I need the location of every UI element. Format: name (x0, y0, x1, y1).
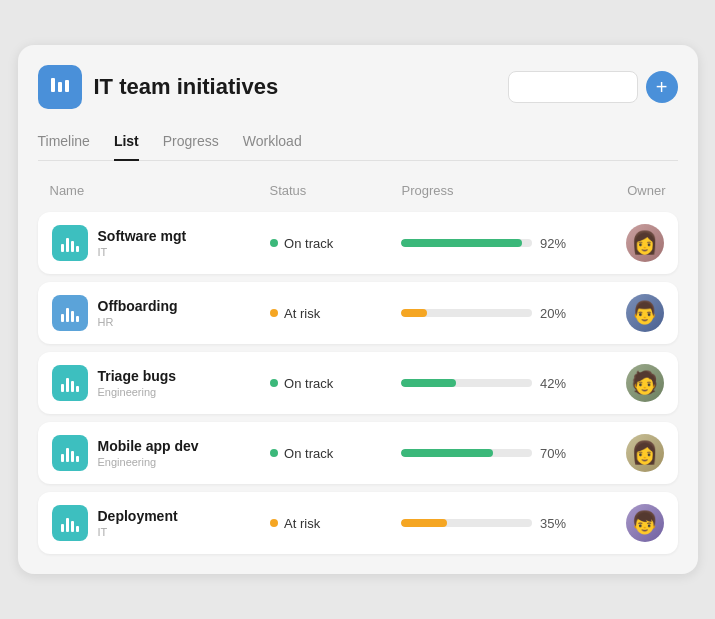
svg-rect-2 (65, 80, 69, 92)
progress-bar-bg (401, 239, 532, 247)
table-header: Name Status Progress Owner (38, 177, 678, 204)
progress-percent: 42% (540, 376, 576, 391)
status-dot (270, 379, 278, 387)
avatar: 🧑 (626, 364, 664, 402)
initiative-dept: IT (98, 526, 178, 538)
header-left: IT team initiatives (38, 65, 279, 109)
progress-cell: 70% (401, 446, 576, 461)
initiative-name: Triage bugs (98, 368, 177, 384)
svg-rect-1 (58, 82, 62, 92)
progress-bar-bg (401, 519, 532, 527)
status-cell: At risk (270, 516, 401, 531)
progress-cell: 20% (401, 306, 576, 321)
status-cell: On track (270, 236, 401, 251)
status-label: On track (284, 376, 333, 391)
status-label: At risk (284, 306, 320, 321)
initiative-icon (52, 295, 88, 331)
status-dot (270, 519, 278, 527)
initiative-info: Offboarding HR (52, 295, 271, 331)
progress-bar-fill (401, 309, 427, 317)
bars-icon (61, 374, 79, 392)
header: IT team initiatives + (38, 65, 678, 109)
initiative-name: Software mgt (98, 228, 187, 244)
avatar-emoji: 👨 (631, 300, 658, 326)
table-row[interactable]: Software mgt IT On track 92% 👩 (38, 212, 678, 274)
avatar: 👨 (626, 294, 664, 332)
avatar: 👩 (626, 434, 664, 472)
initiative-icon (52, 505, 88, 541)
owner-cell: 👦 (576, 504, 663, 542)
status-label: On track (284, 236, 333, 251)
progress-bar-fill (401, 519, 447, 527)
initiative-icon (52, 225, 88, 261)
avatar: 👦 (626, 504, 664, 542)
main-card: IT team initiatives + Timeline List Prog… (18, 45, 698, 574)
progress-percent: 20% (540, 306, 576, 321)
table-row[interactable]: Deployment IT At risk 35% 👦 (38, 492, 678, 554)
initiative-info: Software mgt IT (52, 225, 271, 261)
progress-cell: 42% (401, 376, 576, 391)
rows-container: Software mgt IT On track 92% 👩 (38, 212, 678, 554)
owner-cell: 👩 (576, 434, 663, 472)
owner-cell: 👨 (576, 294, 663, 332)
tab-list[interactable]: List (114, 125, 139, 161)
owner-cell: 👩 (576, 224, 663, 262)
add-button[interactable]: + (646, 71, 678, 103)
progress-bar-fill (401, 239, 521, 247)
status-cell: On track (270, 376, 401, 391)
bars-icon (61, 514, 79, 532)
status-label: On track (284, 446, 333, 461)
status-dot (270, 309, 278, 317)
col-owner: Owner (578, 183, 666, 198)
avatar-emoji: 👩 (631, 440, 658, 466)
owner-cell: 🧑 (576, 364, 663, 402)
avatar-emoji: 👩 (631, 230, 658, 256)
progress-bar-bg (401, 449, 532, 457)
col-progress: Progress (402, 183, 578, 198)
table-row[interactable]: Mobile app dev Engineering On track 70% … (38, 422, 678, 484)
initiative-icon (52, 435, 88, 471)
initiative-info: Triage bugs Engineering (52, 365, 271, 401)
initiative-name: Deployment (98, 508, 178, 524)
status-dot (270, 449, 278, 457)
initiative-dept: Engineering (98, 386, 177, 398)
progress-bar-bg (401, 379, 532, 387)
app-icon (38, 65, 82, 109)
table-row[interactable]: Offboarding HR At risk 20% 👨 (38, 282, 678, 344)
initiative-dept: IT (98, 246, 187, 258)
svg-rect-0 (51, 78, 55, 92)
status-cell: At risk (270, 306, 401, 321)
tab-progress[interactable]: Progress (163, 125, 219, 161)
progress-bar-fill (401, 379, 456, 387)
page-title: IT team initiatives (94, 74, 279, 100)
progress-bar-fill (401, 449, 493, 457)
tabs: Timeline List Progress Workload (38, 125, 678, 161)
tab-timeline[interactable]: Timeline (38, 125, 90, 161)
progress-percent: 70% (540, 446, 576, 461)
search-input[interactable] (508, 71, 638, 103)
status-label: At risk (284, 516, 320, 531)
avatar: 👩 (626, 224, 664, 262)
header-right: + (508, 71, 678, 103)
initiative-info: Mobile app dev Engineering (52, 435, 271, 471)
avatar-emoji: 🧑 (631, 370, 658, 396)
status-cell: On track (270, 446, 401, 461)
tab-workload[interactable]: Workload (243, 125, 302, 161)
col-name: Name (50, 183, 270, 198)
initiative-name: Mobile app dev (98, 438, 199, 454)
avatar-emoji: 👦 (631, 510, 658, 536)
initiative-dept: HR (98, 316, 178, 328)
initiative-dept: Engineering (98, 456, 199, 468)
bars-icon (61, 304, 79, 322)
progress-percent: 35% (540, 516, 576, 531)
initiative-icon (52, 365, 88, 401)
col-status: Status (270, 183, 402, 198)
progress-percent: 92% (540, 236, 576, 251)
progress-cell: 92% (401, 236, 576, 251)
initiative-info: Deployment IT (52, 505, 271, 541)
initiative-name: Offboarding (98, 298, 178, 314)
table-row[interactable]: Triage bugs Engineering On track 42% 🧑 (38, 352, 678, 414)
progress-cell: 35% (401, 516, 576, 531)
progress-bar-bg (401, 309, 532, 317)
bars-icon (61, 234, 79, 252)
